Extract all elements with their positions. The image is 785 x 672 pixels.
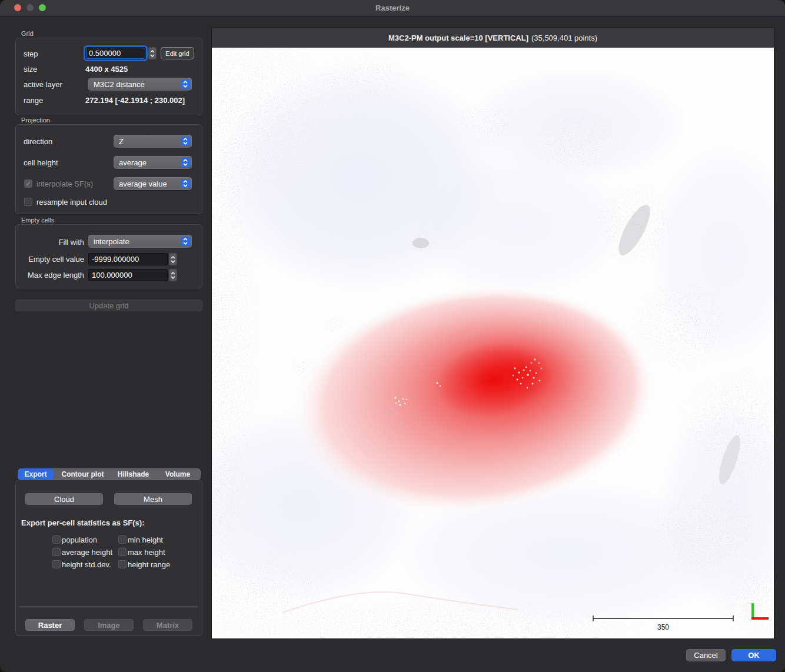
checkbox-height-range-label: height range (128, 560, 170, 570)
size-label: size (24, 64, 37, 74)
empty-cell-value-input[interactable] (88, 253, 168, 265)
checkbox-height-stddev-label: height std.dev. (62, 560, 111, 570)
fill-with-label: Fill with (18, 237, 84, 247)
interpolate-sf-value: average value (119, 179, 181, 188)
active-layer-dropdown[interactable]: M3C2 distance (88, 78, 192, 91)
viewport-title-points: (35,509,401 points) (531, 34, 597, 42)
dropdown-arrows-icon (181, 79, 190, 89)
viewport-title: M3C2-PM output scale=10 [VERTICAL] (35,5… (212, 28, 774, 48)
step-spinner[interactable] (148, 47, 157, 59)
direction-dropdown[interactable]: Z (114, 135, 192, 148)
active-layer-value: M3C2 distance (94, 80, 181, 89)
heatmap-render: 350 (212, 48, 774, 638)
max-edge-length-input[interactable] (88, 269, 168, 281)
interpolate-sf-checkbox[interactable]: ✓ (24, 179, 32, 188)
close-window-button[interactable] (14, 4, 21, 11)
tab-export[interactable]: Export (18, 468, 54, 480)
max-edge-length-spinner[interactable] (169, 269, 177, 281)
spinner-arrows-icon (170, 270, 176, 281)
fill-with-value: interpolate (94, 237, 181, 246)
dropdown-arrows-icon (181, 137, 190, 146)
grid-section-label: Grid (21, 30, 34, 37)
empty-cell-value-label: Empty cell value (18, 254, 84, 264)
spinner-arrows-icon (170, 254, 176, 265)
range-label: range (24, 95, 43, 105)
stats-heading: Export per-cell statistics as SF(s): (21, 518, 145, 528)
render-view[interactable]: 350 (212, 48, 774, 638)
tab-hillshade[interactable]: Hillshade (112, 468, 155, 480)
step-label: step (24, 49, 38, 59)
tool-tabs: Export Contour plot Hillshade Volume (18, 468, 201, 480)
checkbox-population[interactable] (52, 535, 61, 544)
image-button[interactable]: Image (84, 619, 134, 631)
export-divider (19, 607, 198, 607)
range-value: 272.194 [-42.1914 ; 230.002] (85, 95, 185, 105)
direction-label: direction (24, 137, 52, 147)
raster-button[interactable]: Raster (25, 619, 75, 631)
matrix-button[interactable]: Matrix (143, 619, 192, 631)
interpolate-sf-label: interpolate SF(s) (36, 179, 93, 189)
resample-input-cloud-label: resample input cloud (36, 197, 107, 207)
cell-height-value: average (119, 158, 181, 167)
checkbox-average-height[interactable] (52, 548, 61, 556)
tab-contour-plot[interactable]: Contour plot (54, 468, 112, 480)
active-layer-label: active layer (24, 79, 62, 89)
step-input[interactable] (85, 47, 146, 59)
checkbox-min-height-label: min height (128, 535, 163, 545)
ok-button[interactable]: OK (731, 649, 776, 661)
resample-input-cloud-checkbox[interactable] (24, 198, 32, 206)
interpolate-sf-dropdown[interactable]: average value (114, 177, 192, 190)
minimize-window-button[interactable] (26, 4, 34, 11)
checkbox-population-label: population (62, 535, 97, 545)
checkbox-height-range[interactable] (118, 560, 127, 568)
checkbox-height-stddev[interactable] (52, 560, 61, 568)
empty-cell-value-spinner[interactable] (169, 253, 177, 265)
size-value: 4400 x 4525 (85, 64, 128, 74)
spinner-arrows-icon (149, 48, 155, 59)
window-controls (14, 4, 46, 11)
projection-section-label: Projection (21, 117, 50, 124)
cell-height-label: cell height (24, 158, 58, 168)
scale-bar-label: 350 (657, 623, 669, 631)
cloud-button[interactable]: Cloud (25, 493, 103, 505)
checkbox-max-height-label: max height (128, 547, 165, 557)
mesh-button[interactable]: Mesh (114, 493, 192, 505)
window-title: Rasterize (0, 0, 785, 16)
raster-preview-panel: M3C2-PM output scale=10 [VERTICAL] (35,5… (212, 28, 774, 638)
fullscreen-window-button[interactable] (39, 4, 46, 11)
direction-value: Z (119, 137, 181, 146)
checkbox-average-height-label: average height (62, 547, 112, 557)
checkbox-max-height[interactable] (118, 548, 127, 556)
cell-height-dropdown[interactable]: average (114, 156, 192, 169)
dropdown-arrows-icon (181, 179, 190, 188)
fill-with-dropdown[interactable]: interpolate (88, 235, 192, 248)
viewport-title-main: M3C2-PM output scale=10 [VERTICAL] (388, 34, 528, 42)
update-grid-button[interactable]: Update grid (15, 300, 202, 311)
empty-cells-section-label: Empty cells (21, 217, 54, 224)
rasterize-dialog: Rasterize Grid step Edit grid size 4400 … (0, 0, 785, 672)
dropdown-arrows-icon (181, 237, 190, 246)
checkbox-min-height[interactable] (118, 535, 127, 544)
window-titlebar: Rasterize (0, 0, 785, 16)
dropdown-arrows-icon (181, 158, 190, 167)
tab-volume[interactable]: Volume (155, 468, 201, 480)
max-edge-length-label: Max edge length (18, 270, 84, 280)
edit-grid-button[interactable]: Edit grid (161, 47, 194, 59)
cancel-button[interactable]: Cancel (686, 649, 726, 661)
